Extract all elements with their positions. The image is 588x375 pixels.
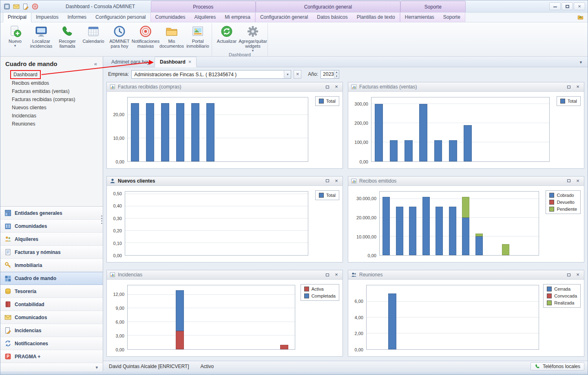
ribbon-tab-informes[interactable]: Informes <box>63 12 91 22</box>
nav-item-contabilidad[interactable]: Contabilidad <box>0 298 103 311</box>
notes-icon[interactable] <box>22 3 29 10</box>
bar-segment-total <box>390 140 398 161</box>
ribbon-button-actualizar[interactable]: Actualizar <box>214 23 240 44</box>
legend-swatch <box>547 300 552 305</box>
close-widget-button[interactable]: × <box>333 272 340 278</box>
y-tick-label: 30.000,00 <box>356 196 376 201</box>
dashboard-widgets: Facturas recibidas (compras)×0,0010,0020… <box>103 81 588 361</box>
nav-item-entidades-generales[interactable]: Entidades generales <box>0 207 103 220</box>
ribbon-tab-herramientas[interactable]: Herramientas <box>400 12 439 22</box>
ribbon-tab-configuracion-personal[interactable]: Configuración personal <box>91 12 150 22</box>
legend-swatch <box>560 99 565 104</box>
document-tab-adminet-para-hoy[interactable]: Adminet para hoy <box>106 57 155 67</box>
close-widget-button[interactable]: × <box>333 178 340 184</box>
ribbon-button-localizar-incidencias[interactable]: Localizar incidencias <box>28 23 54 49</box>
ribbon-tab-configuracion-general[interactable]: Configuración general <box>256 12 312 22</box>
nav-item-incidencias[interactable]: Incidencias <box>0 324 103 337</box>
maximize-widget-button[interactable] <box>324 178 331 184</box>
bar-segment-cobrado <box>396 207 403 256</box>
y-tick-label: 4,00 <box>355 315 363 320</box>
mail-icon <box>4 314 11 321</box>
widget-header: Recibos emitidos× <box>348 176 584 186</box>
nav-item-facturas-y-nominas[interactable]: Facturas y nóminas <box>0 246 103 259</box>
ribbon-button-adminet-para-hoy[interactable]: ADMINET para hoy <box>106 23 133 49</box>
collapse-sidebar-button[interactable]: « <box>93 61 99 67</box>
window-title: Dashboard - Consola ADMINET <box>66 4 135 9</box>
nav-item-comunicados[interactable]: Comunicados <box>0 311 103 324</box>
close-widget-button[interactable]: × <box>575 178 581 184</box>
ribbon-tab-soporte[interactable]: Soporte <box>439 12 465 22</box>
ribbon-button-notificaciones-masivas[interactable]: Notificaciones masivas <box>133 23 159 49</box>
bar-segment-total <box>419 104 427 161</box>
ribbon-tab-principal[interactable]: Principal <box>3 12 31 22</box>
local-phones-button[interactable]: Teléfonos locales <box>531 362 584 371</box>
sidebar-item-recibos-emitidos[interactable]: Recibos emitidos <box>0 79 103 87</box>
ribbon-tab-alquileres[interactable]: Alquileres <box>190 12 221 22</box>
widget-recibos-emitidos: Recibos emitidos×0,0010.000,0020.000,003… <box>348 176 584 263</box>
nav-item-notificaciones[interactable]: Notificaciones <box>0 337 103 350</box>
empresa-combobox[interactable]: Administraciones de Fincas S.L. ( B12345… <box>131 70 291 79</box>
ribbon-button-calendario[interactable]: Calendario <box>80 23 106 44</box>
document-tab-dashboard[interactable]: Dashboard× <box>155 57 197 67</box>
restore-icon <box>566 5 569 8</box>
nav-item-tesoreria[interactable]: Tesorería <box>0 285 103 298</box>
ribbon-tab-impuestos[interactable]: Impuestos <box>31 12 63 22</box>
main-area: Adminet para hoyDashboard×▼ Empresa: Adm… <box>103 57 588 371</box>
close-widget-button[interactable]: × <box>575 272 581 278</box>
empresa-clear-button[interactable]: × <box>294 70 301 79</box>
ribbon-tab-plantillas-de-texto[interactable]: Plantillas de texto <box>352 12 400 22</box>
sidebar-item-facturas-emitidas-ventas[interactable]: Facturas emitidas (ventas) <box>0 87 103 95</box>
sidebar-item-reuniones[interactable]: Reuniones <box>0 120 103 128</box>
nav-item-alquileres[interactable]: Alquileres <box>0 233 103 246</box>
sidebar-splitter[interactable] <box>101 215 103 225</box>
sidebar-item-nuevos-clientes[interactable]: Nuevos clientes <box>0 104 103 112</box>
nav-item-cuadro-de-mando[interactable]: Cuadro de mando <box>0 272 103 285</box>
maximize-widget-button[interactable] <box>324 84 331 90</box>
contextual-header-configuracion-general: Configuración general <box>256 1 400 12</box>
ribbon-tab-datos-basicos[interactable]: Datos básicos <box>312 12 352 22</box>
maximize-widget-button[interactable] <box>566 272 572 278</box>
nav-item-comunidades[interactable]: Comunidades <box>0 220 103 233</box>
nav-item-pragma[interactable]: PPRAGMA + <box>0 350 103 363</box>
close-tab-icon[interactable]: × <box>188 60 192 64</box>
bar-segment-cobrado <box>475 236 483 255</box>
widget-title: Facturas recibidas (compras) <box>118 84 322 90</box>
sidebar-item-incidencias[interactable]: Incidencias <box>0 112 103 120</box>
people-icon <box>351 272 357 278</box>
bar-segment-total <box>161 103 169 161</box>
mass-notifications-icon <box>139 25 152 38</box>
empresa-dropdown-icon[interactable]: ▼ <box>284 71 291 78</box>
ribbon-button-mis-documentos[interactable]: Mis documentos <box>159 23 185 49</box>
anio-spinner[interactable]: 2023 ▲▼ <box>321 70 339 79</box>
dropdown-caret-icon: ▾ <box>252 49 254 52</box>
ribbon-button-nuevo[interactable]: Nuevo▾ <box>2 23 28 47</box>
close-widget-button[interactable]: × <box>575 84 581 90</box>
ribbon-button-agregar-quitar-widgets[interactable]: Agregar/quitar widgets▾ <box>240 23 266 52</box>
maximize-widget-button[interactable] <box>566 84 572 90</box>
sidebar-item-dashboard[interactable]: Dashboard <box>11 71 40 78</box>
close-widget-button[interactable]: × <box>333 84 340 90</box>
ribbon-button-recoger-llamada[interactable]: Recoger llamada <box>54 23 80 49</box>
broadcast-icon[interactable] <box>32 3 38 10</box>
ribbon-tab-comunidades[interactable]: Comunidades <box>151 12 190 22</box>
ribbon-button-portal-inmobiliario[interactable]: Portal inmobiliario <box>185 23 211 49</box>
mail-icon[interactable] <box>13 3 20 10</box>
minimize-button[interactable] <box>549 2 561 10</box>
widget-title: Nuevos clientes <box>118 178 322 184</box>
nav-item-inmobiliaria[interactable]: Inmobiliaria <box>0 259 103 272</box>
anio-down-button[interactable]: ▼ <box>334 75 339 78</box>
maximize-widget-button[interactable] <box>324 272 331 278</box>
y-tick-label: 0,00 <box>116 159 124 164</box>
sidebar-item-facturas-recibidas-compras[interactable]: Facturas recibidas (compras) <box>0 95 103 104</box>
maximize-widget-button[interactable] <box>566 178 572 184</box>
tab-list-dropdown-icon[interactable]: ▼ <box>577 60 584 67</box>
restore-button[interactable] <box>561 2 573 10</box>
collapse-ribbon-icon[interactable] <box>568 14 574 20</box>
collapse-nav-button[interactable]: ▾ <box>95 365 98 370</box>
ribbon-tab-mi-empresa[interactable]: Mi empresa <box>220 12 255 22</box>
help-folder-icon[interactable] <box>577 14 584 20</box>
anio-up-button[interactable]: ▲ <box>334 71 339 75</box>
legend-swatch <box>547 293 552 298</box>
app-icon[interactable] <box>4 3 10 10</box>
close-button[interactable]: × <box>574 2 585 10</box>
